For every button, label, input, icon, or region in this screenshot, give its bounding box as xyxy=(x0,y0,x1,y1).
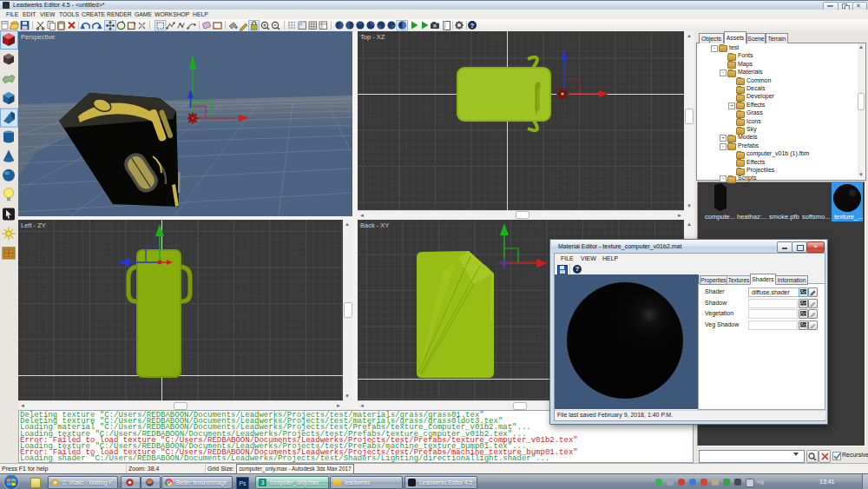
svg-text:?: ? xyxy=(470,22,475,30)
svg-text:softsmo...: softsmo... xyxy=(802,213,831,221)
svg-text:Perspective: Perspective xyxy=(21,33,55,41)
svg-text:smoke.pfb: smoke.pfb xyxy=(769,213,799,221)
svg-text:Left - ZY: Left - ZY xyxy=(21,221,46,229)
svg-text:texture_...: texture_... xyxy=(834,213,863,221)
svg-text:heathaz:...: heathaz:... xyxy=(737,213,767,221)
svg-text:Top - XZ: Top - XZ xyxy=(360,33,385,41)
svg-text:Back - XY: Back - XY xyxy=(360,221,389,229)
svg-text:compute...: compute... xyxy=(705,213,735,221)
